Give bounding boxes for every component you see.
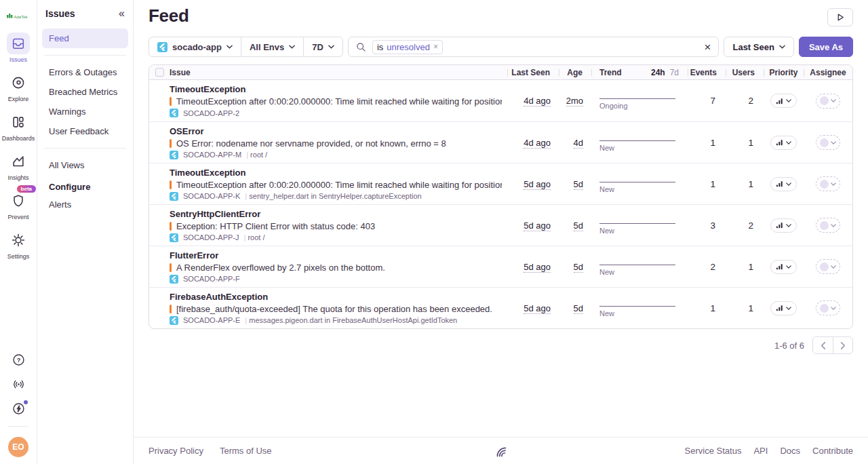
issue-title-link[interactable]: SentryHttpClientError bbox=[170, 209, 260, 219]
subnav-item-warnings[interactable]: Warnings bbox=[42, 102, 128, 121]
issue-list: TimeoutException TimeoutException after … bbox=[149, 80, 852, 328]
replay-tour-button[interactable] bbox=[827, 8, 853, 26]
collapse-sidebar-button[interactable]: « bbox=[119, 8, 125, 19]
help-button[interactable]: ? bbox=[12, 353, 26, 367]
contribute-link[interactable]: Contribute bbox=[812, 446, 853, 456]
subnav-item-breached-metrics[interactable]: Breached Metrics bbox=[42, 82, 128, 102]
column-assignee: Assignee bbox=[804, 65, 852, 79]
unassigned-avatar-icon bbox=[820, 180, 829, 189]
select-all-checkbox[interactable] bbox=[155, 68, 164, 77]
assignee-dropdown[interactable] bbox=[816, 218, 840, 233]
assignee-dropdown[interactable] bbox=[816, 176, 840, 191]
assignee-dropdown[interactable] bbox=[816, 94, 840, 109]
rail-item-dashboards[interactable]: Dashboards bbox=[2, 111, 35, 142]
privacy-policy-link[interactable]: Privacy Policy bbox=[149, 446, 203, 456]
trend-range-24h[interactable]: 24h bbox=[651, 68, 665, 77]
previous-page-button[interactable] bbox=[813, 337, 833, 353]
sort-selector[interactable]: Last Seen bbox=[724, 37, 793, 57]
chevron-left-icon bbox=[821, 342, 826, 349]
events-count[interactable]: 1 bbox=[688, 303, 726, 313]
subnav-item-all-views[interactable]: All Views bbox=[42, 155, 128, 175]
age-cell: 5d bbox=[559, 262, 591, 272]
priority-dropdown[interactable] bbox=[770, 94, 797, 108]
users-count[interactable]: 1 bbox=[726, 262, 764, 272]
events-count[interactable]: 2 bbox=[688, 262, 726, 272]
issue-short-id: SOCADO-APP-M bbox=[183, 151, 241, 159]
trend-range-7d[interactable]: 7d bbox=[670, 68, 679, 77]
users-count[interactable]: 2 bbox=[726, 96, 764, 106]
sentry-logo-icon[interactable] bbox=[494, 444, 509, 459]
flutter-platform-icon bbox=[170, 151, 178, 159]
terms-of-use-link[interactable]: Terms of Use bbox=[220, 446, 272, 456]
project-selector[interactable]: socado-app bbox=[149, 37, 241, 56]
flutter-platform-icon bbox=[170, 109, 178, 117]
trend-cell: New bbox=[591, 134, 688, 152]
error-level-bar bbox=[170, 180, 172, 189]
issue-title-link[interactable]: TimeoutException bbox=[170, 168, 245, 178]
rail-bottom: ? EO bbox=[8, 353, 28, 457]
search-token-is-unresolved[interactable]: is unresolved × bbox=[372, 40, 443, 54]
issue-status: New bbox=[599, 309, 688, 317]
events-count[interactable]: 1 bbox=[688, 179, 726, 189]
users-count[interactable]: 2 bbox=[726, 220, 764, 231]
error-level-bar bbox=[170, 305, 172, 313]
events-count[interactable]: 7 bbox=[688, 96, 726, 106]
whats-new-button[interactable] bbox=[12, 402, 26, 416]
assignee-dropdown[interactable] bbox=[816, 301, 840, 315]
age-cell: 5d bbox=[559, 220, 591, 231]
issue-cell: SentryHttpClientError Exception: HTTP Cl… bbox=[170, 209, 507, 242]
rail-item-prevent[interactable]: beta Prevent bbox=[7, 190, 30, 220]
rail-item-settings[interactable]: Settings bbox=[7, 229, 30, 260]
assignee-dropdown[interactable] bbox=[816, 259, 840, 274]
gear-icon bbox=[7, 229, 30, 251]
issue-row: SentryHttpClientError Exception: HTTP Cl… bbox=[149, 204, 852, 246]
subnav-item-errors-outages[interactable]: Errors & Outages bbox=[42, 62, 128, 82]
issue-title-link[interactable]: TimeoutException bbox=[170, 84, 245, 94]
rail-item-issues[interactable]: Issues bbox=[7, 33, 30, 63]
users-count[interactable]: 1 bbox=[726, 179, 764, 189]
docs-link[interactable]: Docs bbox=[780, 446, 800, 456]
unassigned-avatar-icon bbox=[820, 96, 829, 105]
priority-dropdown[interactable] bbox=[770, 301, 797, 315]
error-level-bar bbox=[170, 222, 172, 231]
subnav-item-user-feedback[interactable]: User Feedback bbox=[42, 121, 128, 141]
subnav-item-alerts[interactable]: Alerts bbox=[42, 195, 128, 214]
lightning-icon bbox=[12, 402, 26, 416]
users-count[interactable]: 1 bbox=[726, 303, 764, 313]
age-cell: 5d bbox=[559, 179, 591, 189]
environment-selector[interactable]: All Envs bbox=[241, 37, 303, 56]
assignee-dropdown[interactable] bbox=[816, 135, 840, 150]
events-count[interactable]: 3 bbox=[688, 220, 726, 231]
trend-cell: New bbox=[591, 258, 688, 276]
issue-title-link[interactable]: OSError bbox=[170, 126, 204, 136]
service-status-link[interactable]: Service Status bbox=[685, 446, 742, 456]
api-link[interactable]: API bbox=[753, 446, 768, 456]
rail-item-explore[interactable]: Explore bbox=[7, 72, 30, 102]
issue-search-input[interactable]: is unresolved × × bbox=[348, 37, 719, 57]
priority-dropdown[interactable] bbox=[770, 218, 797, 233]
priority-dropdown[interactable] bbox=[770, 136, 797, 150]
next-page-button[interactable] bbox=[833, 337, 852, 353]
events-count[interactable]: 1 bbox=[688, 138, 726, 148]
save-as-button[interactable]: Save As bbox=[799, 37, 853, 57]
issue-cell: TimeoutException TimeoutException after … bbox=[170, 84, 507, 117]
priority-dropdown[interactable] bbox=[770, 260, 797, 274]
org-logo[interactable]: AdaTek bbox=[6, 8, 31, 23]
trend-sparkline bbox=[599, 182, 675, 182]
broadcast-button[interactable] bbox=[12, 377, 26, 391]
chevron-down-icon bbox=[289, 45, 295, 49]
issue-status: Ongoing bbox=[599, 102, 688, 110]
priority-dropdown[interactable] bbox=[770, 177, 797, 191]
user-avatar[interactable]: EO bbox=[8, 437, 28, 457]
issue-title-link[interactable]: FlutterError bbox=[170, 250, 218, 260]
subnav-item-feed[interactable]: Feed bbox=[42, 28, 128, 48]
users-count[interactable]: 1 bbox=[726, 138, 764, 148]
error-level-bar bbox=[170, 139, 172, 148]
flutter-platform-icon bbox=[170, 275, 178, 284]
trend-sparkline bbox=[599, 223, 675, 224]
clear-search-button[interactable]: × bbox=[705, 41, 711, 53]
remove-token-icon[interactable]: × bbox=[433, 42, 438, 52]
rail-item-insights[interactable]: Insights bbox=[7, 151, 30, 181]
time-range-selector[interactable]: 7D bbox=[303, 37, 342, 56]
issue-title-link[interactable]: FirebaseAuthException bbox=[170, 292, 268, 302]
